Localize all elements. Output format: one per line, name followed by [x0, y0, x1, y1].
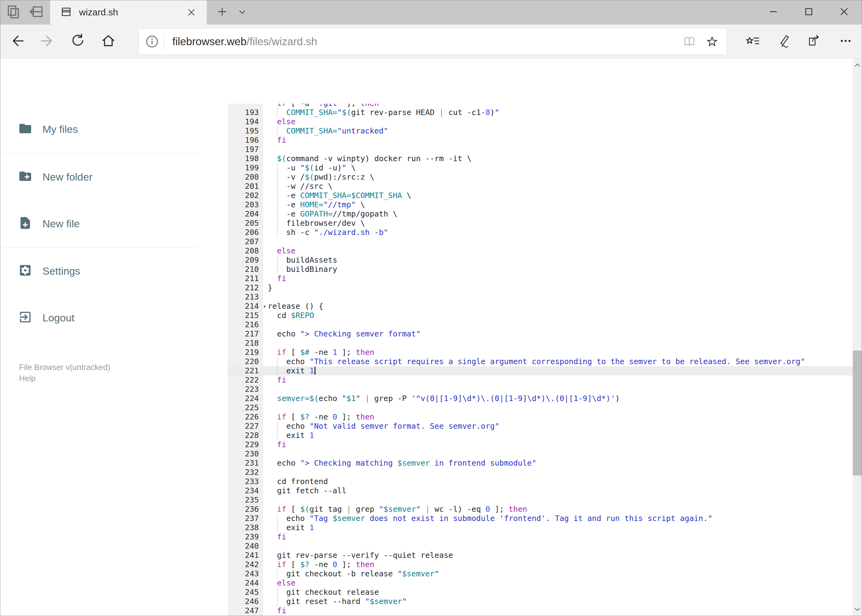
- scroll-up-button[interactable]: [853, 58, 862, 72]
- line-number: 201: [228, 182, 263, 191]
- code-line[interactable]: 228 exit 1: [228, 431, 853, 440]
- reading-view-button[interactable]: [682, 35, 697, 49]
- code-line[interactable]: 235: [228, 495, 853, 504]
- code-line[interactable]: 193 COMMIT_SHA="$(git rev-parse HEAD | c…: [228, 108, 853, 117]
- code-line[interactable]: 195 COMMIT_SHA="untracked": [228, 126, 853, 136]
- code-line[interactable]: 211 fi: [228, 274, 853, 283]
- code-line[interactable]: 201 -w //src \: [228, 182, 853, 191]
- add-favorite-star-button[interactable]: [705, 35, 719, 49]
- window-maximize-button[interactable]: [793, 0, 825, 25]
- set-tabs-aside-button[interactable]: [25, 0, 47, 25]
- code-line[interactable]: 222 fi: [228, 376, 853, 385]
- code-line[interactable]: 243 git checkout -b release "$semver": [228, 569, 853, 578]
- tab-preview-button[interactable]: [2, 0, 25, 25]
- scrollbar-thumb[interactable]: [853, 350, 862, 475]
- new-tab-button[interactable]: [212, 0, 232, 25]
- code-line[interactable]: 242 if [ $? -ne 0 ]; then: [228, 560, 853, 569]
- line-number: 204: [228, 209, 263, 218]
- code-line[interactable]: 246 git reset --hard "$semver": [228, 597, 853, 606]
- sidebar-item-new-file[interactable]: New file: [0, 214, 228, 233]
- tab-list-dropdown-button[interactable]: [233, 0, 251, 25]
- code-line[interactable]: 238 exit 1: [228, 523, 853, 532]
- code-line[interactable]: 240: [228, 542, 853, 551]
- line-number: 221: [228, 366, 263, 376]
- code-line[interactable]: 197: [228, 145, 853, 154]
- code-line[interactable]: 247 fi: [228, 606, 853, 615]
- line-number: 226: [228, 412, 263, 422]
- code-editor[interactable]: if [ -d ".git" ]; then193 COMMIT_SHA="$(…: [228, 104, 853, 616]
- code-line[interactable]: 230: [228, 449, 853, 459]
- address-bar[interactable]: filebrowser.web/files/wizard.sh: [139, 28, 727, 55]
- code-line[interactable]: 224 semver=$(echo "$1" | grep -P '^v(0|[…: [228, 394, 853, 403]
- code-line[interactable]: 207: [228, 237, 853, 246]
- browser-nav-bar: filebrowser.web/files/wizard.sh: [0, 25, 862, 58]
- help-link[interactable]: Help: [19, 373, 35, 384]
- web-note-button[interactable]: [773, 32, 793, 51]
- code-line[interactable]: 223: [228, 385, 853, 394]
- code-line[interactable]: 216: [228, 320, 853, 329]
- line-number: 215: [228, 311, 263, 320]
- code-line[interactable]: 234 git fetch --all: [228, 486, 853, 495]
- code-line[interactable]: 231 echo "> Checking matching $semver in…: [228, 459, 853, 468]
- code-line[interactable]: 219 if [ $# -ne 1 ]; then: [228, 348, 853, 357]
- code-line[interactable]: 202 -e COMMIT_SHA=$COMMIT_SHA \: [228, 191, 853, 200]
- code-line[interactable]: 227 echo "Not valid semver format. See s…: [228, 422, 853, 431]
- code-line[interactable]: 196 fi: [228, 136, 853, 145]
- code-line[interactable]: 215 cd $REPO: [228, 311, 853, 320]
- code-line[interactable]: 241 git rev-parse --verify --quiet relea…: [228, 551, 853, 560]
- site-info-icon[interactable]: [145, 35, 159, 48]
- code-line[interactable]: 210 buildBinary: [228, 265, 853, 274]
- code-line[interactable]: if [ -d ".git" ]; then: [228, 104, 853, 108]
- code-line[interactable]: 208 else: [228, 246, 853, 256]
- code-line[interactable]: 200 -v /$(pwd):/src:z \: [228, 173, 853, 182]
- code-line[interactable]: 203 -e HOME="//tmp" \: [228, 200, 853, 209]
- window-minimize-button[interactable]: [757, 0, 790, 25]
- code-line[interactable]: 209 buildAssets: [228, 256, 853, 265]
- share-page-button[interactable]: [804, 32, 824, 51]
- tab-wizard-sh[interactable]: wizard.sh: [50, 0, 207, 25]
- code-line[interactable]: 221 exit 1: [228, 366, 853, 376]
- page-scrollbar[interactable]: [853, 58, 862, 616]
- code-line[interactable]: 245 git checkout release: [228, 588, 853, 597]
- code-line[interactable]: 212}: [228, 283, 853, 292]
- code-line[interactable]: 218: [228, 339, 853, 348]
- line-number: 203: [228, 200, 263, 209]
- code-line[interactable]: 194 else: [228, 117, 853, 126]
- back-button[interactable]: [7, 32, 27, 51]
- code-line[interactable]: 229 fi: [228, 440, 853, 449]
- sidebar-item-settings[interactable]: Settings: [0, 262, 228, 280]
- line-number: 240: [228, 542, 263, 551]
- code-line[interactable]: 206 sh -c "./wizard.sh -b": [228, 228, 853, 237]
- indent-guide: [277, 191, 277, 200]
- code-line[interactable]: 214▾release () {: [228, 302, 853, 311]
- tab-close-button[interactable]: [183, 0, 200, 25]
- code-line[interactable]: 205 filebrowser/dev \: [228, 218, 853, 228]
- code-line[interactable]: 204 -e GOPATH=//tmp/gopath \: [228, 209, 853, 218]
- sidebar-item-new-folder[interactable]: New folder: [0, 168, 228, 186]
- scroll-down-button[interactable]: [853, 602, 862, 616]
- home-button[interactable]: [98, 32, 118, 51]
- code-line[interactable]: 244 else: [228, 578, 853, 588]
- line-number: 233: [228, 477, 263, 486]
- forward-button[interactable]: [38, 32, 58, 51]
- browser-more-menu-button[interactable]: [836, 32, 856, 51]
- hub-favorites-button[interactable]: [742, 32, 762, 51]
- code-line[interactable]: 217 echo "> Checking semver format": [228, 329, 853, 339]
- code-line[interactable]: 239 fi: [228, 532, 853, 542]
- sidebar-item-logout[interactable]: Logout: [0, 308, 228, 327]
- code-line[interactable]: 220 echo "This release script requires a…: [228, 357, 853, 366]
- sidebar-item-my-files[interactable]: My files: [0, 120, 228, 138]
- code-line[interactable]: 237 echo "Tag $semver does not exist in …: [228, 514, 853, 523]
- window-close-button[interactable]: [828, 0, 860, 25]
- indent-guide: [277, 357, 277, 366]
- code-line[interactable]: 225: [228, 403, 853, 412]
- code-line[interactable]: 199 -u "$(id -u)" \: [228, 163, 853, 173]
- code-line[interactable]: 226 if [ $? -ne 0 ]; then: [228, 412, 853, 422]
- file-plus-icon: [0, 216, 32, 231]
- code-line[interactable]: 213: [228, 292, 853, 302]
- code-line[interactable]: 232: [228, 468, 853, 477]
- code-line[interactable]: 236 if [ $(git tag | grep "$semver" | wc…: [228, 504, 853, 514]
- code-line[interactable]: 233 cd frontend: [228, 477, 853, 486]
- code-line[interactable]: 198 $(command -v winpty) docker run --rm…: [228, 154, 853, 163]
- refresh-button[interactable]: [68, 32, 88, 51]
